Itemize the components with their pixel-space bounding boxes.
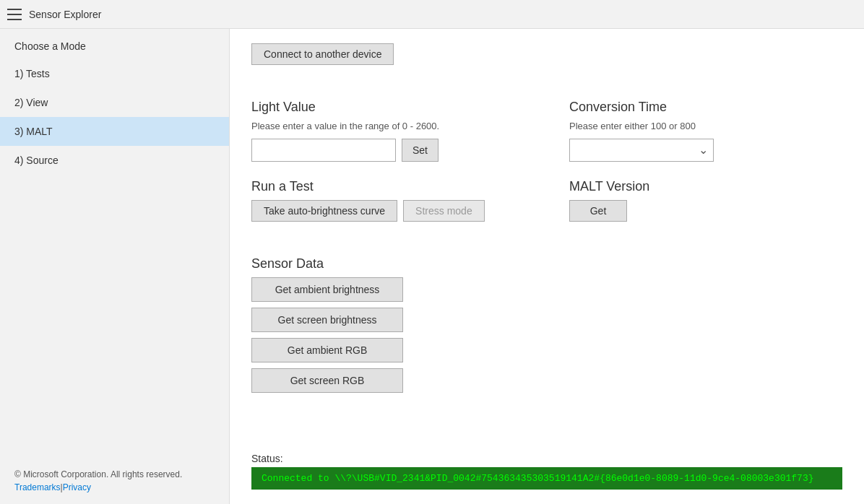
sidebar-item-source[interactable]: 4) Source: [0, 146, 229, 175]
sidebar-header: Choose a Mode: [0, 29, 229, 59]
sidebar-item-tests[interactable]: 1) Tests: [0, 59, 229, 88]
light-value-desc: Please enter a value in the range of 0 -…: [251, 121, 526, 131]
light-value-input[interactable]: [251, 139, 396, 162]
malt-version-title: MALT Version: [569, 179, 842, 194]
run-test-malt-row: Run a Test Take auto-brightness curve St…: [251, 179, 842, 239]
hamburger-icon[interactable]: [7, 9, 22, 20]
sensor-data-section: Sensor Data Get ambient brightness Get s…: [251, 256, 842, 393]
light-value-section: Light Value Please enter a value in the …: [251, 100, 526, 162]
sidebar-item-view[interactable]: 2) View: [0, 88, 229, 117]
sidebar-item-malt[interactable]: 3) MALT: [0, 117, 229, 146]
status-message: Connected to \\?\USB#VID_2341&PID_0042#7…: [251, 467, 842, 490]
auto-brightness-button[interactable]: Take auto-brightness curve: [251, 200, 397, 222]
light-value-set-button[interactable]: Set: [402, 139, 439, 162]
stress-mode-button[interactable]: Stress mode: [403, 200, 485, 222]
conversion-time-section: Conversion Time Please enter either 100 …: [569, 100, 842, 162]
sidebar: Choose a Mode 1) Tests 2) View 3) MALT 4…: [0, 29, 230, 504]
sensor-data-buttons: Get ambient brightness Get screen bright…: [251, 277, 396, 393]
malt-version-get-button[interactable]: Get: [569, 200, 627, 222]
get-ambient-brightness-button[interactable]: Get ambient brightness: [251, 277, 403, 302]
trademarks-link[interactable]: Trademarks: [14, 482, 61, 492]
content-area: Connect to another device Light Value Pl…: [230, 29, 864, 504]
light-value-input-row: Set: [251, 139, 526, 162]
status-bar-area: Status: Connected to \\?\USB#VID_2341&PI…: [251, 446, 842, 490]
status-label: Status:: [251, 453, 842, 464]
privacy-link[interactable]: Privacy: [63, 482, 91, 492]
conversion-time-desc: Please enter either 100 or 800: [569, 121, 842, 131]
title-bar: Sensor Explorer: [0, 0, 864, 29]
malt-version-section: MALT Version Get: [569, 179, 842, 239]
conversion-time-dropdown-wrapper: 100 800: [569, 139, 714, 162]
app-title: Sensor Explorer: [29, 9, 101, 20]
run-test-title: Run a Test: [251, 179, 526, 194]
run-test-section: Run a Test Take auto-brightness curve St…: [251, 179, 526, 222]
sensor-data-title: Sensor Data: [251, 256, 842, 271]
main-layout: Choose a Mode 1) Tests 2) View 3) MALT 4…: [0, 29, 864, 504]
get-ambient-rgb-button[interactable]: Get ambient RGB: [251, 338, 403, 362]
connect-button[interactable]: Connect to another device: [251, 43, 394, 65]
light-value-title: Light Value: [251, 100, 526, 115]
get-screen-brightness-button[interactable]: Get screen brightness: [251, 308, 403, 332]
conversion-time-dropdown[interactable]: 100 800: [569, 139, 714, 162]
conversion-time-title: Conversion Time: [569, 100, 842, 115]
copyright-text: © Microsoft Corporation. All rights rese…: [14, 469, 215, 479]
sidebar-footer: © Microsoft Corporation. All rights rese…: [0, 462, 229, 504]
run-test-btn-row: Take auto-brightness curve Stress mode: [251, 200, 526, 222]
get-screen-rgb-button[interactable]: Get screen RGB: [251, 368, 403, 393]
light-conversion-row: Light Value Please enter a value in the …: [251, 100, 842, 162]
